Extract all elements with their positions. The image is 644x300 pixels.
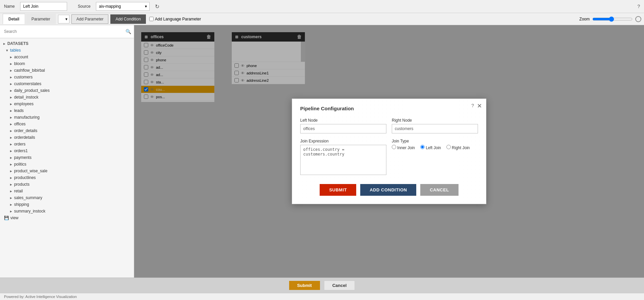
add-condition-button[interactable]: Add Condition [110, 14, 146, 24]
right-join-option[interactable]: Right Join [446, 145, 470, 150]
left-node-input[interactable] [300, 124, 386, 133]
modal-close-button[interactable]: ✕ [477, 103, 482, 109]
tree-item-payments[interactable]: ► payments [0, 154, 134, 161]
add-language-checkbox[interactable]: Add Language Parameter [149, 17, 201, 21]
add-parameter-button[interactable]: Add Parameter [71, 14, 109, 24]
tab-dropdown[interactable] [58, 15, 69, 23]
left-join-option[interactable]: Left Join [420, 145, 441, 150]
chevron-right-icon: ► [9, 209, 13, 213]
right-node-field: Right Node [392, 118, 478, 133]
search-box: 🔍 [0, 25, 134, 38]
modal-actions: SUBMIT ADD CONDITION CANCEL [300, 184, 478, 196]
tree-item-orderdetails[interactable]: ► orderdetails [0, 134, 134, 141]
help-icon[interactable]: ? [637, 4, 640, 9]
chevron-icon: ▼ [5, 49, 9, 52]
tree-item-customers[interactable]: ► customers [0, 74, 134, 80]
join-type-label: Join Type [392, 139, 478, 143]
chevron-right-icon: ► [9, 183, 13, 186]
tree-item-product-wise[interactable]: ► product_wise_sale [0, 168, 134, 174]
tree-item-view[interactable]: 💾 view [0, 215, 134, 221]
item-label: employees [14, 102, 34, 106]
source-select[interactable]: aiv-mapping [96, 2, 150, 11]
chevron-right-icon: ► [9, 75, 13, 79]
tree-item-customerstates[interactable]: ► customerstates [0, 80, 134, 87]
tree-item-bloom[interactable]: ► bloom [0, 60, 134, 67]
tree-item-orders1[interactable]: ► orders1 [0, 147, 134, 154]
chevron-right-icon: ► [9, 142, 13, 146]
chevron-right-icon: ► [9, 62, 13, 66]
tree-item-cashflow[interactable]: ► cashflow_bibirbal [0, 67, 134, 74]
bottom-bar: Submit Cancel [0, 278, 644, 293]
modal-title: Pipeline Configuration [300, 106, 478, 111]
modal: ? ✕ Pipeline Configuration Left Node Rig… [292, 99, 486, 204]
tree-tables[interactable]: ▼ tables [0, 47, 134, 54]
tree-item-manufacturing[interactable]: ► manufacturing [0, 114, 134, 121]
zoom-slider[interactable] [592, 16, 633, 22]
tree-item-politics[interactable]: ► politics [0, 161, 134, 168]
tree-item-leads[interactable]: ► leads [0, 107, 134, 114]
footer: Powered by: Active Intelligence Visualiz… [0, 293, 644, 300]
chevron-right-icon: ► [9, 116, 13, 119]
item-label: sales_summary [14, 195, 42, 200]
tree-item-products[interactable]: ► products [0, 181, 134, 188]
right-node-input[interactable] [392, 124, 478, 133]
chevron-right-icon: ► [9, 55, 13, 59]
modal-submit-button[interactable]: SUBMIT [320, 184, 356, 196]
zoom-section: Zoom [579, 16, 641, 22]
join-expression-textarea[interactable]: offices.country = customers.country [300, 145, 386, 175]
modal-cancel-button[interactable]: CANCEL [420, 184, 458, 196]
chevron-right-icon: ► [9, 96, 13, 99]
item-label: customerstates [14, 81, 41, 86]
source-select-wrapper: aiv-mapping [96, 2, 150, 11]
tab-bar: Detail Parameter Add Parameter Add Condi… [0, 13, 644, 25]
tree-item-detail[interactable]: ► detail_instock [0, 94, 134, 101]
tree-item-productlines[interactable]: ► productlines [0, 174, 134, 181]
add-language-checkbox-input[interactable] [149, 17, 154, 21]
zoom-circle [635, 16, 641, 22]
search-icon[interactable]: 🔍 [125, 29, 131, 34]
tree-item-shipping[interactable]: ► shipping [0, 201, 134, 208]
inner-join-label: Inner Join [397, 145, 415, 150]
tree-item-daily[interactable]: ► daily_product_sales [0, 87, 134, 94]
tree-item-order-details[interactable]: ► order_details [0, 127, 134, 134]
tree-item-summary[interactable]: ► summary_instock [0, 208, 134, 215]
modal-overlay: ? ✕ Pipeline Configuration Left Node Rig… [134, 25, 644, 278]
tree-item-orders[interactable]: ► orders [0, 141, 134, 147]
chevron-right-icon: ► [9, 129, 13, 133]
chevron-right-icon: ► [9, 176, 13, 180]
item-label: summary_instock [14, 209, 45, 214]
tree-item-sales[interactable]: ► sales_summary [0, 194, 134, 201]
item-label: manufacturing [14, 115, 40, 120]
submit-button[interactable]: Submit [289, 281, 320, 290]
name-input[interactable] [20, 2, 67, 11]
tab-detail[interactable]: Detail [3, 14, 25, 24]
item-label: cashflow_bibirbal [14, 68, 45, 73]
tree-item-employees[interactable]: ► employees [0, 101, 134, 107]
chevron-right-icon: ► [9, 89, 13, 93]
refresh-icon[interactable]: ↻ [155, 3, 159, 10]
tree-item-offices[interactable]: ► offices [0, 121, 134, 127]
modal-add-condition-button[interactable]: ADD CONDITION [360, 184, 416, 196]
tab-parameter[interactable]: Parameter [26, 14, 56, 24]
left-join-radio[interactable] [420, 145, 425, 149]
item-label: shipping [14, 202, 29, 207]
left-node-field: Left Node [300, 118, 386, 133]
search-input[interactable] [3, 28, 125, 35]
chevron-right-icon: ► [9, 122, 13, 126]
source-label: Source [78, 4, 91, 9]
item-label: account [14, 55, 28, 59]
chevron-right-icon: ► [9, 196, 13, 200]
chevron-right-icon: ► [9, 203, 13, 206]
right-join-radio[interactable] [446, 145, 451, 149]
cancel-button[interactable]: Cancel [324, 281, 355, 290]
inner-join-option[interactable]: Inner Join [392, 145, 415, 150]
tables-label: tables [10, 48, 21, 53]
inner-join-radio[interactable] [392, 145, 396, 149]
chevron-down-icon: ► [3, 42, 6, 46]
tree-item-account[interactable]: ► account [0, 54, 134, 60]
tree: ► DATASETS ▼ tables ► account ► bloom ► … [0, 38, 134, 278]
item-label: productlines [14, 175, 36, 180]
tree-item-retail[interactable]: ► retail [0, 188, 134, 194]
modal-help-icon[interactable]: ? [471, 103, 474, 108]
join-expression-label: Join Expression [300, 139, 386, 143]
